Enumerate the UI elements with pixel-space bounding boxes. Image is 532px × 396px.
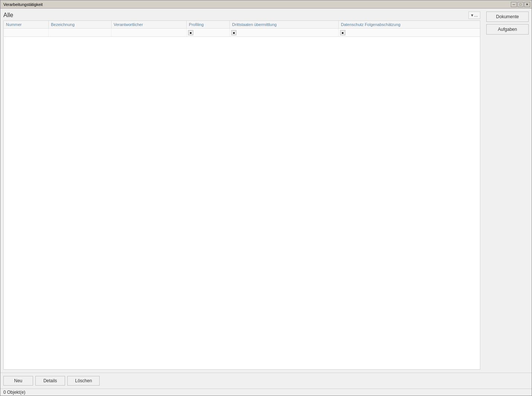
menu-button[interactable]: ▾ ... bbox=[468, 12, 480, 19]
main-area: Alle ▾ ... Nummer Bezeichnung Verantwort… bbox=[0, 9, 483, 373]
filter-datenschutz-icon[interactable]: ■ bbox=[340, 30, 345, 35]
col-datenschutz: Datenschutz Folgenabschätzung bbox=[338, 21, 480, 29]
restore-button[interactable]: □ bbox=[518, 2, 523, 7]
table-header-row: Nummer Bezeichnung Verantwortlicher Prof… bbox=[4, 21, 480, 29]
sidebar: Dokumente Aufgaben bbox=[483, 9, 532, 373]
filter-bezeichnung[interactable] bbox=[48, 29, 111, 37]
filter-drittstaaten-icon[interactable]: ■ bbox=[231, 30, 236, 35]
col-drittstaaten: Drittstaaten übermittlung bbox=[230, 21, 339, 29]
loeschen-button[interactable]: Löschen bbox=[67, 376, 100, 386]
menu-dots-label: ... bbox=[474, 13, 478, 18]
col-bezeichnung: Bezeichnung bbox=[48, 21, 111, 29]
window-title: Verarbeitungstätigkeit bbox=[3, 2, 43, 7]
neu-button[interactable]: Neu bbox=[3, 376, 33, 386]
filter-datenschutz[interactable]: ■ bbox=[338, 29, 480, 37]
data-table: Nummer Bezeichnung Verantwortlicher Prof… bbox=[4, 21, 480, 37]
main-window: Verarbeitungstätigkeit ─ □ ✕ Alle ▾ ... bbox=[0, 0, 532, 396]
filter-row: ■ ■ ■ bbox=[4, 29, 480, 37]
minimize-button[interactable]: ─ bbox=[511, 2, 517, 7]
dokumente-button[interactable]: Dokumente bbox=[486, 12, 529, 22]
table-container[interactable]: Nummer Bezeichnung Verantwortlicher Prof… bbox=[3, 20, 480, 370]
title-bar-buttons: ─ □ ✕ bbox=[511, 2, 530, 7]
col-profiling: Profiling bbox=[187, 21, 230, 29]
status-text: 0 Objekt(e) bbox=[3, 390, 25, 395]
header-row: Alle ▾ ... bbox=[3, 12, 480, 19]
page-title: Alle bbox=[3, 12, 13, 19]
window-content: Alle ▾ ... Nummer Bezeichnung Verantwort… bbox=[0, 9, 532, 373]
col-verantwortlicher: Verantwortlicher bbox=[111, 21, 186, 29]
bottom-bar: Neu Details Löschen bbox=[0, 373, 532, 389]
filter-verantwortlicher[interactable] bbox=[111, 29, 186, 37]
close-button[interactable]: ✕ bbox=[524, 2, 530, 7]
filter-profiling-icon[interactable]: ■ bbox=[188, 30, 193, 35]
title-bar: Verarbeitungstätigkeit ─ □ ✕ bbox=[0, 0, 532, 9]
chevron-down-icon: ▾ bbox=[471, 13, 473, 18]
filter-drittstaaten[interactable]: ■ bbox=[230, 29, 339, 37]
details-button[interactable]: Details bbox=[35, 376, 65, 386]
col-nummer: Nummer bbox=[4, 21, 48, 29]
filter-profiling[interactable]: ■ bbox=[187, 29, 230, 37]
aufgaben-button[interactable]: Aufgaben bbox=[486, 24, 529, 35]
status-bar: 0 Objekt(e) bbox=[0, 389, 532, 396]
filter-nummer[interactable] bbox=[4, 29, 48, 37]
